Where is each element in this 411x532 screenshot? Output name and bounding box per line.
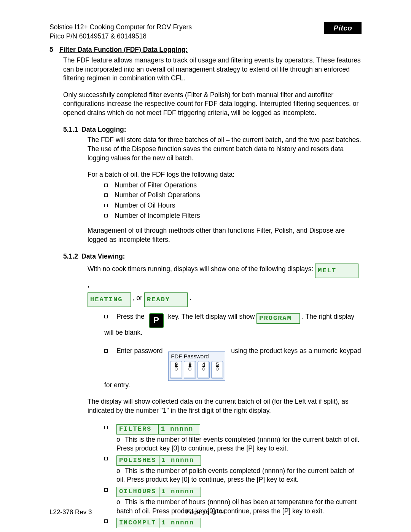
data-item-desc-list: This is the number of filter events comp… <box>116 435 362 453</box>
password-key: 9 <box>170 361 182 379</box>
subsection-5-1-1-heading: 5.1.1 Data Logging: <box>63 125 362 134</box>
list-item: Number of Incomplete Filters <box>104 211 362 220</box>
page-footer: L22-378 Rev 3 Page 16 of 44 <box>49 508 362 517</box>
lcd-right: 1 nnnnn <box>158 424 200 435</box>
digit: 9 <box>175 361 178 367</box>
lcd-heating: HEATING <box>88 292 131 307</box>
section-heading: 5 Filter Data Function (FDF) Data Loggin… <box>49 45 362 54</box>
pitco-logo-text: Pitco <box>334 23 352 33</box>
pitco-logo: Pitco <box>324 22 362 34</box>
subsection-5-1-2-body: With no cook timers running, displays wi… <box>88 262 362 528</box>
text: With no cook timers running, displays wi… <box>88 265 315 273</box>
sub2-result-intro: The display will show collected data on … <box>88 397 362 415</box>
password-key: 5 <box>211 361 223 379</box>
password-key: 4 <box>198 361 210 379</box>
subsection-5-1-1-body: The FDF will store data for three batche… <box>88 136 362 244</box>
sub1-p3: Management of oil through methods other … <box>88 226 362 244</box>
lcd-program: PROGRAM <box>256 313 300 324</box>
text: key. The left display will show <box>168 313 257 320</box>
lcd-right: 1 nnnnn <box>159 455 201 466</box>
text: Enter password <box>116 347 163 355</box>
section-para-2: Only successfully completed filter event… <box>63 91 362 118</box>
subsection-number: 5.1.2 <box>63 252 81 261</box>
password-box: FDF Password 9 9 4 5 <box>168 351 225 381</box>
password-caption: FDF Password <box>171 353 223 360</box>
digit: 9 <box>189 361 191 367</box>
lcd-right: 1 nnnnn <box>159 487 201 497</box>
digit: 5 <box>216 361 219 367</box>
data-item-desc-list: This is the number of polish events comp… <box>116 466 362 484</box>
footer-center: Page 16 of 44 <box>49 508 362 517</box>
password-key: 9 <box>184 361 196 379</box>
lcd-left: POLISHES <box>116 455 159 466</box>
sub2-steps: Press the P key. The left display will s… <box>104 312 362 390</box>
p-key-icon: P <box>149 313 164 328</box>
lcd-right: 1 nnnnn <box>159 518 201 528</box>
doc-title-line-1: Solstice I12+ Cooking Computer for ROV F… <box>49 23 362 32</box>
section-number: 5 <box>49 45 59 54</box>
list-item: Number of Polish Operations <box>104 191 362 200</box>
list-item: Number of Filter Operations <box>104 181 362 190</box>
data-item: FILTERS1 nnnnn This is the number of fil… <box>104 423 362 453</box>
text: This is the number of polish events comp… <box>116 467 354 484</box>
subsection-title: Data Viewing: <box>81 252 125 261</box>
sub1-list: Number of Filter Operations Number of Po… <box>104 181 362 220</box>
password-keys: 9 9 4 5 <box>170 361 223 379</box>
subsection-5-1-2-heading: 5.1.2 Data Viewing: <box>63 252 362 261</box>
lcd-left: INCOMPLT <box>116 518 159 528</box>
lcd-left: OILHOURS <box>116 487 159 497</box>
data-item: POLISHES1 nnnnn This is the number of po… <box>104 454 362 484</box>
digit: 4 <box>202 361 205 367</box>
list-item: Number of Oil Hours <box>104 201 362 210</box>
data-item-desc: This is the number of filter events comp… <box>116 435 362 453</box>
doc-header: Solstice I12+ Cooking Computer for ROV F… <box>49 23 362 41</box>
section-title: Filter Data Function (FDF) Data Logging: <box>59 45 188 54</box>
sub1-p1: The FDF will store data for three batche… <box>88 136 362 163</box>
step-enter-password: Enter password FDF Password 9 9 4 5 usin… <box>104 347 362 390</box>
lcd-melt: MELT <box>315 264 358 278</box>
lcd-left: FILTERS <box>116 424 158 435</box>
page: Solstice I12+ Cooking Computer for ROV F… <box>0 0 411 532</box>
text: , <box>88 281 89 288</box>
doc-title-line-2: Pitco P/N 60149517 & 60149518 <box>49 32 362 41</box>
section-para-1: The FDF feature allows managers to track… <box>63 56 362 83</box>
text: , or <box>133 294 144 302</box>
text: . <box>190 294 191 302</box>
subsection-number: 5.1.1 <box>63 125 81 134</box>
data-item-desc: This is the number of polish events comp… <box>116 466 362 484</box>
sub2-intro: With no cook timers running, displays wi… <box>88 262 362 307</box>
data-item: INCOMPLT1 nnnnn <box>104 517 362 528</box>
text: This is the number of filter events comp… <box>116 436 360 452</box>
sub1-p2: For a batch of oil, the FDF logs the fol… <box>88 170 362 179</box>
lcd-ready: READY <box>144 292 188 307</box>
step-press-p: Press the P key. The left display will s… <box>104 312 362 337</box>
subsection-title: Data Logging: <box>81 125 126 134</box>
text: Press the <box>116 313 147 320</box>
section-body: The FDF feature allows managers to track… <box>63 56 362 528</box>
